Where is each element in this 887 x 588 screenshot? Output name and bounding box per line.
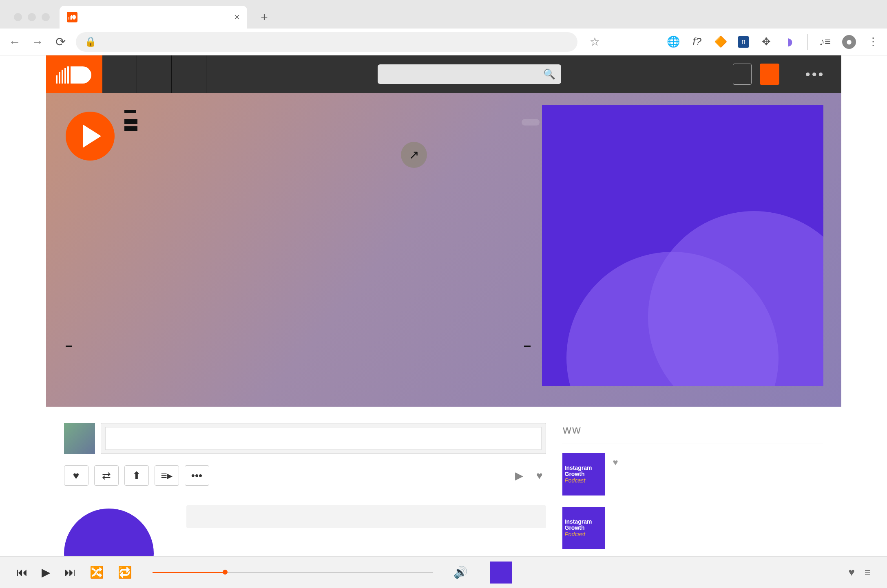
close-tab-icon[interactable]: ×: [234, 11, 240, 23]
follow-callout: [186, 505, 546, 528]
related-thumb: Instagram GrowthPodcast: [562, 453, 605, 496]
search-icon[interactable]: 🔍: [543, 68, 555, 80]
traffic-max-icon[interactable]: [42, 13, 50, 21]
user-avatar[interactable]: [64, 423, 95, 454]
chrome-menu-icon[interactable]: ⋮: [867, 35, 880, 48]
svg-rect-7: [64, 68, 66, 84]
player-like-button[interactable]: ♥: [848, 566, 854, 579]
reload-button[interactable]: ⟳: [53, 35, 68, 49]
profile-avatar-icon[interactable]: ●: [842, 35, 856, 49]
repeat-button[interactable]: 🔁: [118, 566, 132, 579]
progress-bar[interactable]: [153, 572, 433, 573]
track-title-line: [124, 126, 137, 131]
lock-icon: 🔒: [85, 36, 97, 47]
traffic-min-icon[interactable]: [28, 13, 36, 21]
queue-button[interactable]: ≡: [865, 566, 871, 579]
more-actions-button[interactable]: •••: [185, 465, 209, 486]
repost-button[interactable]: ⇄: [94, 465, 119, 486]
extension-icon[interactable]: f?: [690, 35, 703, 48]
track-title-line: [124, 119, 137, 124]
bottom-player: ⏮ ▶ ⏭ 🔀 🔁 🔊 ♥ ≡: [0, 556, 887, 588]
search-input[interactable]: 🔍: [378, 64, 561, 84]
related-likes: ♥: [613, 457, 823, 468]
window-controls[interactable]: [8, 13, 58, 29]
extension-icon[interactable]: 🌐: [667, 35, 680, 48]
cover-art[interactable]: [542, 105, 823, 386]
genre-tag[interactable]: [522, 119, 540, 126]
svg-rect-1: [70, 16, 71, 20]
sign-in-button[interactable]: [733, 64, 752, 85]
divider: [807, 34, 808, 50]
comment-input[interactable]: [101, 423, 546, 454]
nav-stream[interactable]: [137, 55, 172, 93]
nav-home[interactable]: [102, 55, 137, 93]
browser-tab[interactable]: ×: [60, 6, 247, 29]
play-button[interactable]: [66, 112, 115, 161]
svg-rect-0: [69, 17, 69, 20]
prev-track-button[interactable]: ⏮: [16, 566, 28, 579]
add-to-next-up-button[interactable]: ≡▸: [155, 465, 179, 486]
svg-rect-4: [56, 75, 58, 84]
forward-button[interactable]: →: [30, 35, 45, 49]
extension-icon[interactable]: n: [738, 36, 749, 48]
related-thumb: Instagram GrowthPodcast: [562, 507, 605, 549]
next-track-button[interactable]: ⏭: [64, 566, 76, 579]
related-track[interactable]: Instagram GrowthPodcast: [562, 507, 823, 549]
artist-name[interactable]: [124, 110, 136, 113]
bookmark-star-icon[interactable]: ☆: [590, 35, 600, 48]
now-playing-thumb[interactable]: [490, 562, 512, 584]
track-hero: [46, 93, 841, 407]
address-bar[interactable]: 🔒: [76, 32, 577, 52]
extension-icon[interactable]: ✥: [760, 35, 773, 48]
extension-icon[interactable]: ◗: [783, 35, 796, 48]
elapsed-time: [66, 346, 72, 347]
cursor-icon: [401, 142, 427, 168]
shuffle-button[interactable]: 🔀: [90, 566, 104, 579]
soundcloud-favicon-icon: [67, 12, 77, 22]
svg-rect-6: [62, 70, 63, 84]
waveform[interactable]: [66, 321, 531, 382]
play-pause-button[interactable]: ▶: [42, 566, 51, 579]
related-track[interactable]: Instagram GrowthPodcast ♥: [562, 453, 823, 496]
more-menu-icon[interactable]: •••: [805, 66, 825, 82]
soundcloud-logo-icon[interactable]: [46, 55, 102, 93]
back-button[interactable]: ←: [7, 35, 22, 49]
play-count: ▶: [515, 469, 526, 482]
extension-icon[interactable]: 🔶: [714, 35, 727, 48]
svg-rect-8: [67, 66, 69, 84]
like-count: ♥: [536, 469, 546, 482]
nav-library[interactable]: [172, 55, 206, 93]
svg-rect-5: [59, 72, 60, 84]
svg-rect-2: [71, 15, 72, 20]
waveform-icon: 𝗐𝗐: [562, 423, 581, 436]
share-button[interactable]: ⬆: [124, 465, 149, 486]
traffic-close-icon[interactable]: [14, 13, 22, 21]
like-button[interactable]: ♥: [64, 465, 88, 486]
create-account-button[interactable]: [760, 64, 779, 85]
new-tab-button[interactable]: +: [256, 9, 272, 25]
site-header: 🔍 •••: [46, 55, 841, 93]
heart-background-icon: [648, 211, 823, 386]
svg-rect-3: [72, 15, 76, 20]
total-time: [524, 346, 531, 347]
media-control-icon[interactable]: ♪≡: [818, 35, 832, 48]
volume-icon[interactable]: 🔊: [453, 566, 468, 579]
